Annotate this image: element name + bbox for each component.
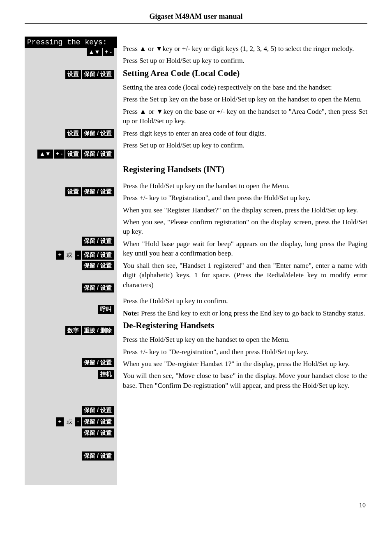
hold-set-button-label: 保留 / 设置 — [82, 150, 114, 159]
note-text: Press the End key to exit or long press … — [139, 309, 365, 317]
hold-set-button-label: 保留 / 设置 — [82, 417, 114, 426]
area-code-open-menu: Press the Set up key on the base or Hold… — [123, 94, 367, 104]
key-row-set-hold: 设置 保留 / 设置 — [65, 70, 114, 79]
sidebar: Pressing the keys: ▲▼ + - 设置 保留 / 设置 设置 … — [25, 37, 117, 485]
key-row-end: 挂机 — [98, 370, 114, 379]
key-row-hold-7: 保留 / 设置 — [82, 451, 114, 461]
note-label: Note: — [123, 309, 139, 317]
key-row-digit-redial: 数字 重拨 / 删除 — [65, 326, 114, 335]
or-label: 或 — [65, 417, 74, 426]
dereg-confirm-prompt: When you see "De-register Handset 1?" in… — [123, 359, 367, 368]
registering-title: Registering Handsets (INT) — [123, 164, 367, 175]
key-row-hold-2: 保留 / 设置 — [82, 261, 114, 270]
hold-set-button-label: 保留 / 设置 — [82, 261, 114, 270]
dereg-open-menu: Press the Hold/Set up key on the handset… — [123, 335, 367, 344]
set-button-label: 设置 — [65, 150, 81, 159]
hold-set-button-label: 保留 / 设置 — [82, 187, 114, 196]
minus-icon: - — [75, 251, 81, 260]
key-row-hold-6: 保留 / 设置 — [82, 428, 114, 438]
area-code-title: Setting Area Code (Local Code) — [123, 68, 367, 78]
key-row-hold: 保留 / 设置 — [82, 237, 114, 246]
hold-set-button-label: 保留 / 设置 — [82, 283, 114, 292]
arrows-updown-icon: ▲▼ — [37, 150, 53, 159]
set-button-label: 设置 — [65, 70, 81, 79]
pressing-keys-block: Pressing the keys: — [25, 37, 117, 48]
key-row-plus-or-minus-hold: + 或 - 保留 / 设置 — [56, 251, 114, 260]
reg-note: Note: Press the End key to exit or long … — [123, 309, 367, 318]
pressing-keys-title: Pressing the keys: — [25, 37, 117, 48]
dereg-navigate: Press +/- key to "De-registration", and … — [123, 347, 367, 357]
plus-minus-icon: + - — [54, 150, 65, 159]
hold-set-button-label: 保留 / 设置 — [82, 406, 114, 415]
area-code-confirm: Press Set up or Hold/Set up key to confi… — [123, 140, 367, 150]
dereg-move-close: You will then see, "Move close to base" … — [123, 371, 367, 390]
plus-icon: + — [56, 417, 63, 426]
end-button-label: 挂机 — [98, 370, 114, 379]
hold-set-button-label: 保留 / 设置 — [82, 451, 114, 461]
page-header: Gigaset M49AM user manual — [25, 12, 367, 24]
area-code-intro: Setting the area code (local code) respe… — [123, 83, 367, 92]
key-row-call: 呼叫 — [98, 305, 114, 314]
reg-navigate: Press +/- key to "Registration", and the… — [123, 193, 367, 203]
key-row-arrows-pm: ▲▼ + - — [87, 48, 114, 56]
minus-icon: - — [75, 417, 81, 426]
reg-hold-base-page: When "Hold base page wait for beep" appe… — [123, 239, 367, 258]
key-row-hold-5: 保留 / 设置 — [82, 406, 114, 415]
page-number: 10 — [25, 502, 367, 509]
area-code-navigate: Press ▲ or ▼key on the base or +/- key o… — [123, 107, 367, 126]
dereg-title: De-Registering Handsets — [123, 320, 367, 331]
area-code-enter-digits: Press digit keys to enter an area code o… — [123, 129, 367, 138]
reg-confirm-registration: When you see, "Please confirm registrati… — [123, 217, 367, 237]
plus-icon: + — [56, 251, 63, 260]
key-row-plus-or-minus-hold-2: + 或 - 保留 / 设置 — [56, 417, 114, 426]
hold-set-button-label: 保留 / 设置 — [82, 129, 114, 138]
redial-delete-button-label: 重拨 / 删除 — [82, 326, 114, 335]
key-row-set-hold-2: 设置 保留 / 设置 — [65, 129, 114, 138]
call-button-label: 呼叫 — [98, 305, 114, 314]
set-button-label: 设置 — [65, 187, 81, 196]
key-row-hold-4: 保留 / 设置 — [82, 358, 114, 367]
key-row-hold-3: 保留 / 设置 — [82, 283, 114, 292]
reg-open-menu: Press the Hold/Set up key on the handset… — [123, 181, 367, 191]
key-row-set-hold-3: 设置 保留 / 设置 — [65, 187, 114, 196]
plus-minus-icon: + - — [103, 48, 114, 56]
reg-register-handset: When you see "Register Handset?" on the … — [123, 205, 367, 215]
key-row-arrows-pm-set-hold: ▲▼ + - 设置 保留 / 设置 — [37, 150, 114, 159]
hold-set-button-label: 保留 / 设置 — [82, 251, 114, 260]
main-content: Press ▲ or ▼key or +/- key or digit keys… — [117, 37, 367, 485]
set-button-label: 设置 — [65, 129, 81, 138]
hold-set-button-label: 保留 / 设置 — [82, 358, 114, 367]
reg-confirm: Press the Hold/Set up key to confirm. — [123, 296, 367, 306]
hold-set-button-label: 保留 / 设置 — [82, 428, 114, 438]
digit-button-label: 数字 — [65, 326, 81, 335]
reg-enter-name: You shall then see, "Handset 1 registere… — [123, 261, 367, 290]
hold-set-button-label: 保留 / 设置 — [82, 70, 114, 79]
hold-set-button-label: 保留 / 设置 — [82, 237, 114, 246]
or-label: 或 — [65, 251, 74, 260]
ringer-select-text: Press ▲ or ▼key or +/- key or digit keys… — [123, 44, 367, 53]
ringer-confirm-text: Press Set up or Hold/Set up key to confi… — [123, 56, 367, 65]
arrows-updown-icon: ▲▼ — [87, 48, 102, 56]
